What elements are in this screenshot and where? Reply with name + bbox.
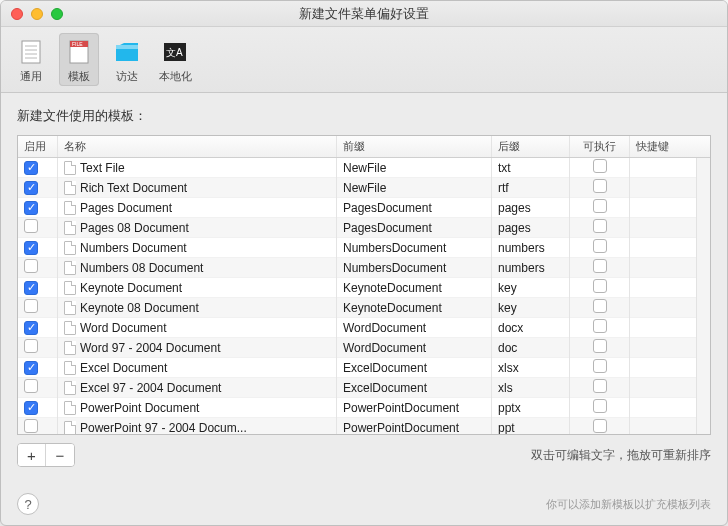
enable-checkbox[interactable] [24, 419, 38, 433]
remove-button[interactable]: − [46, 444, 74, 466]
table-row[interactable]: Rich Text DocumentNewFilertf [18, 178, 710, 198]
template-name: PowerPoint Document [80, 401, 199, 415]
enable-checkbox[interactable] [24, 259, 38, 273]
enable-checkbox[interactable] [24, 201, 38, 215]
table-row[interactable]: Pages DocumentPagesDocumentpages [18, 198, 710, 218]
document-icon [64, 301, 76, 315]
executable-checkbox[interactable] [593, 319, 607, 333]
templates-table: 启用 名称 前缀 后缀 可执行 快捷键 Text FileNewFiletxtR… [17, 135, 711, 435]
table-header: 启用 名称 前缀 后缀 可执行 快捷键 [18, 136, 710, 158]
enable-checkbox[interactable] [24, 161, 38, 175]
col-exec-header[interactable]: 可执行 [570, 136, 630, 157]
svg-rect-0 [22, 41, 40, 63]
table-row[interactable]: Pages 08 DocumentPagesDocumentpages [18, 218, 710, 238]
table-row[interactable]: PowerPoint DocumentPowerPointDocumentppt… [18, 398, 710, 418]
template-name: Text File [80, 161, 125, 175]
prefix-cell: WordDocument [337, 318, 492, 338]
table-row[interactable]: Text FileNewFiletxt [18, 158, 710, 178]
table-row[interactable]: Word 97 - 2004 DocumentWordDocumentdoc [18, 338, 710, 358]
prefix-cell: KeynoteDocument [337, 298, 492, 318]
enable-checkbox[interactable] [24, 241, 38, 255]
table-row[interactable]: Excel 97 - 2004 DocumentExcelDocumentxls [18, 378, 710, 398]
executable-checkbox[interactable] [593, 359, 607, 373]
toolbar-tab-locale[interactable]: 文A本地化 [155, 33, 195, 86]
suffix-cell: key [492, 278, 570, 298]
below-table-controls: + − 双击可编辑文字，拖放可重新排序 [17, 443, 711, 467]
section-label: 新建文件使用的模板： [17, 107, 711, 125]
executable-checkbox[interactable] [593, 179, 607, 193]
table-row[interactable]: Excel DocumentExcelDocumentxlsx [18, 358, 710, 378]
minimize-window-button[interactable] [31, 8, 43, 20]
table-row[interactable]: PowerPoint 97 - 2004 Docum...PowerPointD… [18, 418, 710, 434]
traffic-lights [11, 8, 63, 20]
template-name: Keynote 08 Document [80, 301, 199, 315]
enable-checkbox[interactable] [24, 181, 38, 195]
executable-checkbox[interactable] [593, 279, 607, 293]
executable-checkbox[interactable] [593, 419, 607, 433]
general-icon [16, 37, 46, 67]
table-row[interactable]: Numbers 08 DocumentNumbersDocumentnumber… [18, 258, 710, 278]
add-button[interactable]: + [18, 444, 46, 466]
footer-note: 你可以添加新模板以扩充模板列表 [546, 497, 711, 512]
toolbar-tab-finder[interactable]: 访达 [107, 33, 147, 86]
template-name: Pages 08 Document [80, 221, 189, 235]
help-button[interactable]: ? [17, 493, 39, 515]
enable-checkbox[interactable] [24, 339, 38, 353]
suffix-cell: ppt [492, 418, 570, 435]
prefix-cell: NewFile [337, 178, 492, 198]
titlebar: 新建文件菜单偏好设置 [1, 1, 727, 27]
executable-checkbox[interactable] [593, 299, 607, 313]
table-row[interactable]: Word DocumentWordDocumentdocx [18, 318, 710, 338]
col-suffix-header[interactable]: 后缀 [492, 136, 570, 157]
template-name: Numbers 08 Document [80, 261, 203, 275]
content-area: 新建文件使用的模板： 启用 名称 前缀 后缀 可执行 快捷键 Text File… [1, 93, 727, 475]
template-name: Word 97 - 2004 Document [80, 341, 221, 355]
suffix-cell: pages [492, 218, 570, 238]
toolbar-tab-label: 模板 [68, 69, 90, 84]
executable-checkbox[interactable] [593, 159, 607, 173]
document-icon [64, 361, 76, 375]
template-name: Excel Document [80, 361, 167, 375]
executable-checkbox[interactable] [593, 399, 607, 413]
document-icon [64, 401, 76, 415]
toolbar-tab-template[interactable]: FILE模板 [59, 33, 99, 86]
executable-checkbox[interactable] [593, 199, 607, 213]
prefix-cell: PowerPointDocument [337, 418, 492, 435]
suffix-cell: numbers [492, 238, 570, 258]
template-icon: FILE [64, 37, 94, 67]
enable-checkbox[interactable] [24, 299, 38, 313]
document-icon [64, 281, 76, 295]
close-window-button[interactable] [11, 8, 23, 20]
zoom-window-button[interactable] [51, 8, 63, 20]
executable-checkbox[interactable] [593, 379, 607, 393]
add-remove-group: + − [17, 443, 75, 467]
col-prefix-header[interactable]: 前缀 [337, 136, 492, 157]
prefix-cell: PagesDocument [337, 198, 492, 218]
vertical-scrollbar[interactable] [696, 158, 710, 434]
enable-checkbox[interactable] [24, 379, 38, 393]
enable-checkbox[interactable] [24, 321, 38, 335]
template-name: Numbers Document [80, 241, 187, 255]
executable-checkbox[interactable] [593, 259, 607, 273]
prefix-cell: WordDocument [337, 338, 492, 358]
toolbar-tab-general[interactable]: 通用 [11, 33, 51, 86]
table-row[interactable]: Keynote 08 DocumentKeynoteDocumentkey [18, 298, 710, 318]
enable-checkbox[interactable] [24, 401, 38, 415]
svg-rect-8 [116, 45, 138, 49]
enable-checkbox[interactable] [24, 219, 38, 233]
preferences-toolbar: 通用FILE模板访达文A本地化 [1, 27, 727, 93]
col-short-header[interactable]: 快捷键 [630, 136, 710, 157]
table-row[interactable]: Keynote DocumentKeynoteDocumentkey [18, 278, 710, 298]
toolbar-tab-label: 本地化 [159, 69, 192, 84]
executable-checkbox[interactable] [593, 339, 607, 353]
template-name: Word Document [80, 321, 166, 335]
enable-checkbox[interactable] [24, 281, 38, 295]
col-name-header[interactable]: 名称 [58, 136, 337, 157]
enable-checkbox[interactable] [24, 361, 38, 375]
executable-checkbox[interactable] [593, 239, 607, 253]
executable-checkbox[interactable] [593, 219, 607, 233]
col-enable-header[interactable]: 启用 [18, 136, 58, 157]
suffix-cell: xlsx [492, 358, 570, 378]
table-row[interactable]: Numbers DocumentNumbersDocumentnumbers [18, 238, 710, 258]
document-icon [64, 261, 76, 275]
